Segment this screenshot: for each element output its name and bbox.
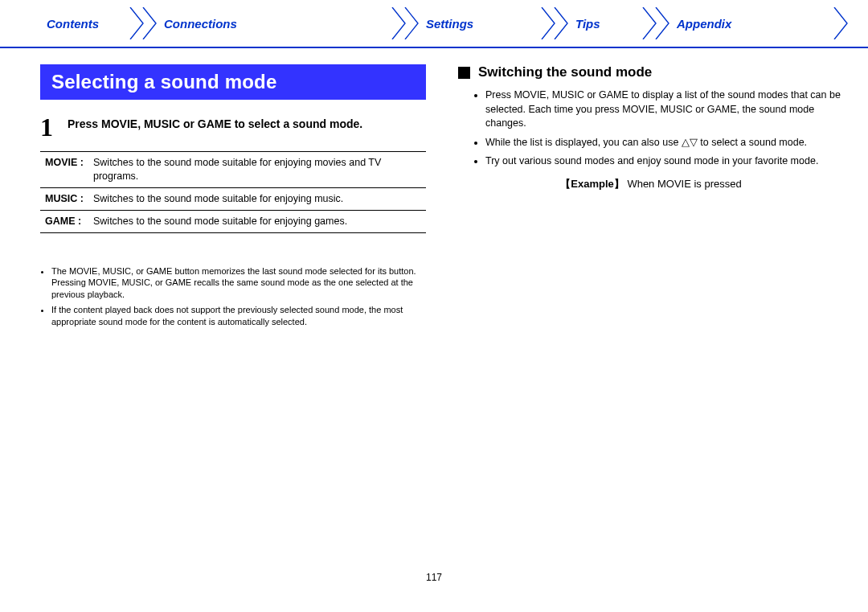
note-item: The MOVIE, MUSIC, or GAME button memoriz… (51, 265, 426, 302)
nav-tips[interactable]: Tips (569, 17, 641, 31)
nav-separator-icon (391, 7, 420, 39)
nav-settings[interactable]: Settings (420, 17, 540, 31)
table-row: GAME : Switches to the sound mode suitab… (40, 211, 426, 232)
left-column: Selecting a sound mode 1 Press MOVIE, MU… (40, 64, 426, 331)
list-item: While the list is displayed, you can als… (485, 136, 844, 150)
mode-desc: Switches to the sound mode suitable for … (93, 156, 421, 183)
nav-separator-icon (641, 7, 670, 39)
list-item: Try out various sound modes and enjoy so… (485, 154, 844, 169)
mode-label: MUSIC : (45, 192, 93, 206)
example-label: 【Example】 (560, 178, 624, 190)
step-number: 1 (40, 114, 53, 140)
example-caption: 【Example】 When MOVIE is pressed (458, 177, 844, 191)
notes-list: The MOVIE, MUSIC, or GAME button memoriz… (40, 265, 426, 328)
mode-label: GAME : (45, 215, 93, 228)
list-item: Press MOVIE, MUSIC or GAME to display a … (485, 88, 844, 131)
nav-tabs: Contents Connections Settings Tips Appen… (0, 0, 868, 48)
nav-appendix[interactable]: Appendix (670, 17, 759, 31)
table-row: MOVIE : Switches to the sound mode suita… (40, 152, 426, 188)
subsection-heading: Switching the sound mode (458, 64, 844, 80)
nav-contents[interactable]: Contents (40, 17, 129, 31)
right-bullet-list: Press MOVIE, MUSIC or GAME to display a … (458, 88, 844, 169)
square-bullet-icon (458, 67, 470, 79)
table-row: MUSIC : Switches to the sound mode suita… (40, 188, 426, 211)
nav-connections[interactable]: Connections (158, 17, 391, 31)
note-item: If the content played back does not supp… (51, 304, 426, 328)
example-text: When MOVIE is pressed (627, 178, 741, 190)
nav-separator-icon (833, 7, 862, 39)
modes-table: MOVIE : Switches to the sound mode suita… (40, 151, 426, 233)
nav-separator-icon (129, 7, 158, 39)
page-number: 117 (0, 572, 868, 583)
step-row: 1 Press MOVIE, MUSIC or GAME to select a… (40, 114, 426, 140)
nav-separator-icon (540, 7, 569, 39)
step-instruction: Press MOVIE, MUSIC or GAME to select a s… (68, 114, 362, 140)
mode-label: MOVIE : (45, 156, 93, 183)
page-content: Selecting a sound mode 1 Press MOVIE, MU… (0, 48, 868, 331)
mode-desc: Switches to the sound mode suitable for … (93, 215, 421, 228)
section-banner: Selecting a sound mode (40, 64, 426, 100)
mode-desc: Switches to the sound mode suitable for … (93, 192, 421, 206)
heading-text: Switching the sound mode (478, 64, 652, 80)
right-column: Switching the sound mode Press MOVIE, MU… (458, 64, 844, 331)
